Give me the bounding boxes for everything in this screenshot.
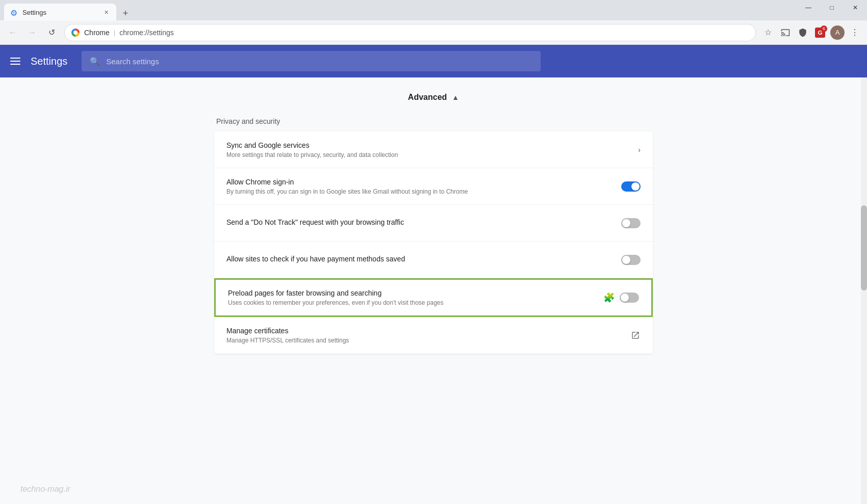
preload-pages-item[interactable]: Preload pages for faster browsing and se…: [214, 278, 653, 317]
navigation-bar: ← → ↺ Chrome | chrome://settings ☆ G 6: [0, 20, 867, 45]
nav-right-icons: ☆ G 6 A ⋮: [760, 24, 863, 41]
payment-toggle[interactable]: [621, 255, 641, 265]
preload-control: 🧩: [603, 292, 639, 303]
chrome-signin-item[interactable]: Allow Chrome sign-in By turning this off…: [214, 168, 653, 205]
profile-button[interactable]: A: [829, 24, 846, 41]
preload-name: Preload pages for faster browsing and se…: [228, 289, 593, 297]
preload-desc: Uses cookies to remember your preference…: [228, 299, 593, 306]
payment-control[interactable]: [621, 255, 641, 265]
settings-page-title: Settings: [31, 56, 67, 67]
signin-control[interactable]: [621, 181, 641, 192]
certificates-desc: Manage HTTPS/SSL certificates and settin…: [226, 337, 620, 344]
tab-close-button[interactable]: ✕: [102, 8, 110, 16]
advanced-section: Advanced ▲ Privacy and security Sync and…: [204, 93, 663, 354]
certificates-info: Manage certificates Manage HTTPS/SSL cer…: [226, 327, 620, 344]
cast-button[interactable]: [777, 24, 794, 41]
menu-button[interactable]: ⋮: [847, 24, 863, 41]
toggle-thumb: [631, 182, 640, 191]
shield-button[interactable]: [795, 24, 811, 41]
settings-search-box[interactable]: 🔍: [82, 51, 541, 71]
advanced-header[interactable]: Advanced ▲: [214, 93, 653, 102]
dnt-control[interactable]: [621, 218, 641, 228]
address-bar[interactable]: Chrome | chrome://settings: [64, 24, 756, 41]
reload-button[interactable]: ↺: [43, 24, 60, 41]
bookmark-button[interactable]: ☆: [760, 24, 776, 41]
manage-certificates-item[interactable]: Manage certificates Manage HTTPS/SSL cer…: [214, 317, 653, 354]
payment-name: Allow sites to check if you have payment…: [226, 255, 611, 263]
advanced-collapse-icon: ▲: [452, 93, 459, 101]
search-input[interactable]: [106, 57, 532, 66]
scrollbar-thumb[interactable]: [861, 205, 867, 290]
external-link-icon: [630, 330, 641, 340]
sync-desc: More settings that relate to privacy, se…: [226, 151, 628, 158]
tab-title: Settings: [22, 9, 98, 16]
signin-name: Allow Chrome sign-in: [226, 178, 611, 186]
address-site-name: Chrome: [84, 29, 110, 37]
preload-toggle[interactable]: [620, 293, 639, 303]
badge-count: 6: [821, 25, 827, 32]
address-divider: |: [114, 29, 115, 36]
back-button[interactable]: ←: [4, 24, 21, 41]
privacy-settings-card: Sync and Google services More settings t…: [214, 131, 653, 354]
signin-info: Allow Chrome sign-in By turning this off…: [226, 178, 611, 195]
title-bar: ⚙ Settings ✕ + — □ ✕: [0, 0, 867, 20]
forward-button[interactable]: →: [23, 24, 41, 41]
maximize-button[interactable]: □: [820, 0, 844, 15]
payment-methods-item[interactable]: Allow sites to check if you have payment…: [214, 242, 653, 278]
puzzle-icon: 🧩: [603, 292, 615, 303]
watermark: techno-mag.ir: [20, 485, 70, 494]
do-not-track-toggle[interactable]: [621, 218, 641, 228]
new-tab-button[interactable]: +: [118, 6, 133, 20]
settings-page: Settings 🔍 Advanced ▲ Privacy and securi…: [0, 45, 867, 504]
address-url: chrome://settings: [119, 29, 174, 37]
certificates-control: [630, 330, 641, 340]
sync-info: Sync and Google services More settings t…: [226, 141, 628, 158]
certificates-name: Manage certificates: [226, 327, 620, 335]
extension-badge-button[interactable]: G 6: [812, 24, 828, 41]
settings-header: Settings 🔍: [0, 45, 867, 77]
chrome-logo-icon: [71, 28, 80, 37]
browser-tab[interactable]: ⚙ Settings ✕: [4, 4, 116, 21]
sync-google-services-item[interactable]: Sync and Google services More settings t…: [214, 131, 653, 168]
privacy-section-title: Privacy and security: [214, 117, 653, 125]
do-not-track-item[interactable]: Send a "Do Not Track" request with your …: [214, 205, 653, 242]
sync-control: ›: [638, 146, 641, 154]
window-controls: — □ ✕: [797, 0, 867, 15]
dnt-info: Send a "Do Not Track" request with your …: [226, 218, 611, 228]
signin-desc: By turning this off, you can sign in to …: [226, 188, 611, 195]
minimize-button[interactable]: —: [797, 0, 820, 15]
toggle-thumb: [621, 294, 629, 302]
user-avatar: A: [830, 25, 845, 40]
tab-favicon: ⚙: [10, 8, 18, 16]
chevron-right-icon: ›: [638, 146, 641, 154]
search-icon: 🔍: [90, 57, 100, 66]
payment-info: Allow sites to check if you have payment…: [226, 255, 611, 265]
advanced-label: Advanced: [408, 93, 447, 102]
sync-name: Sync and Google services: [226, 141, 628, 149]
close-button[interactable]: ✕: [844, 0, 867, 15]
main-content-area: Advanced ▲ Privacy and security Sync and…: [0, 77, 867, 504]
hamburger-menu-button[interactable]: [10, 58, 20, 65]
dnt-name: Send a "Do Not Track" request with your …: [226, 218, 611, 226]
toggle-thumb: [622, 219, 630, 227]
toggle-thumb: [622, 256, 630, 264]
chrome-signin-toggle[interactable]: [621, 181, 641, 192]
preload-info: Preload pages for faster browsing and se…: [228, 289, 593, 306]
scrollbar-track: [861, 77, 867, 504]
settings-content: Advanced ▲ Privacy and security Sync and…: [0, 77, 867, 504]
